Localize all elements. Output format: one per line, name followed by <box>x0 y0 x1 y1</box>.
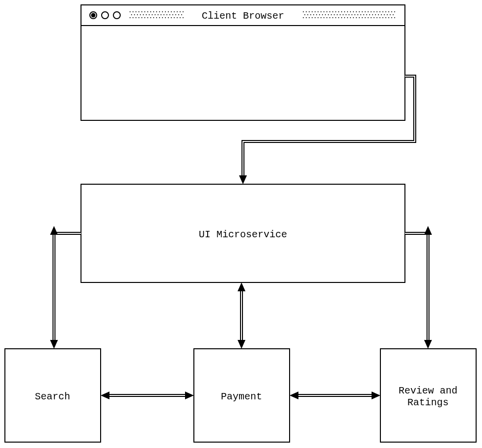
svg-point-129 <box>315 17 316 18</box>
svg-point-26 <box>134 14 135 15</box>
svg-point-126 <box>306 17 307 18</box>
svg-point-14 <box>153 11 154 12</box>
svg-point-64 <box>309 11 310 12</box>
svg-point-81 <box>359 11 360 12</box>
svg-point-133 <box>326 17 327 18</box>
svg-point-48 <box>144 17 145 18</box>
svg-point-88 <box>379 11 380 12</box>
svg-point-77 <box>347 11 348 12</box>
edge-ui-to-reviews <box>405 226 432 349</box>
svg-point-119 <box>378 14 379 15</box>
svg-point-102 <box>328 14 329 15</box>
svg-point-85 <box>371 11 372 12</box>
svg-point-118 <box>375 14 376 15</box>
svg-marker-164 <box>238 340 245 349</box>
svg-point-49 <box>147 17 148 18</box>
node-client-browser: Client Browser <box>81 5 405 120</box>
svg-point-91 <box>388 11 389 12</box>
svg-point-53 <box>159 17 160 18</box>
svg-point-87 <box>376 11 377 12</box>
svg-point-73 <box>335 11 336 12</box>
svg-point-51 <box>153 17 154 18</box>
svg-point-124 <box>393 14 394 15</box>
svg-point-46 <box>138 17 139 18</box>
svg-point-137 <box>338 17 339 18</box>
svg-point-45 <box>135 17 136 18</box>
svg-point-40 <box>175 14 176 15</box>
client-browser-label: Client Browser <box>202 10 284 22</box>
svg-point-39 <box>172 14 173 15</box>
svg-point-38 <box>169 14 170 15</box>
payment-label: Payment <box>221 391 262 402</box>
svg-point-21 <box>174 11 175 12</box>
svg-point-136 <box>335 17 336 18</box>
svg-marker-171 <box>372 392 380 399</box>
svg-point-151 <box>379 17 380 18</box>
svg-point-31 <box>149 14 150 15</box>
svg-point-79 <box>353 11 354 12</box>
svg-point-2 <box>92 14 95 17</box>
svg-point-65 <box>312 11 313 12</box>
svg-point-63 <box>306 11 307 12</box>
node-reviews: Review and Ratings <box>380 349 476 442</box>
svg-point-143 <box>356 17 357 18</box>
svg-point-142 <box>353 17 354 18</box>
svg-point-103 <box>331 14 332 15</box>
svg-point-147 <box>368 17 369 18</box>
svg-point-56 <box>168 17 169 18</box>
svg-point-19 <box>168 11 169 12</box>
node-ui-microservice: UI Microservice <box>81 184 405 282</box>
svg-point-32 <box>152 14 153 15</box>
svg-point-18 <box>165 11 166 12</box>
svg-point-60 <box>180 17 181 18</box>
svg-point-139 <box>344 17 345 18</box>
svg-point-37 <box>166 14 167 15</box>
svg-point-108 <box>346 14 347 15</box>
svg-point-62 <box>303 11 304 12</box>
node-search: Search <box>5 349 101 442</box>
svg-point-71 <box>329 11 330 12</box>
svg-point-82 <box>362 11 363 12</box>
svg-point-148 <box>371 17 372 18</box>
svg-point-61 <box>183 17 184 18</box>
svg-point-146 <box>365 17 366 18</box>
svg-point-120 <box>381 14 382 15</box>
svg-point-150 <box>376 17 377 18</box>
svg-point-58 <box>174 17 175 18</box>
svg-point-16 <box>159 11 160 12</box>
svg-point-99 <box>319 14 320 15</box>
svg-point-104 <box>334 14 335 15</box>
svg-point-93 <box>394 11 395 12</box>
svg-point-152 <box>382 17 383 18</box>
svg-point-13 <box>150 11 151 12</box>
edge-payment-to-reviews <box>290 392 380 399</box>
svg-marker-170 <box>290 392 298 399</box>
svg-point-144 <box>359 17 360 18</box>
svg-point-24 <box>183 11 184 12</box>
svg-point-134 <box>329 17 330 18</box>
svg-point-154 <box>388 17 389 18</box>
svg-point-36 <box>163 14 164 15</box>
svg-point-107 <box>343 14 344 15</box>
svg-point-86 <box>374 11 375 12</box>
svg-point-111 <box>354 14 355 15</box>
svg-point-110 <box>351 14 352 15</box>
search-label: Search <box>35 391 70 402</box>
svg-point-149 <box>374 17 375 18</box>
svg-point-121 <box>384 14 385 15</box>
svg-point-67 <box>318 11 319 12</box>
svg-point-30 <box>146 14 147 15</box>
svg-point-22 <box>177 11 178 12</box>
svg-point-117 <box>372 14 373 15</box>
edge-ui-to-search <box>50 226 81 349</box>
svg-point-42 <box>181 14 182 15</box>
svg-point-145 <box>362 17 363 18</box>
svg-point-106 <box>340 14 341 15</box>
svg-point-41 <box>178 14 179 15</box>
svg-marker-167 <box>424 226 432 235</box>
reviews-label-line2: Ratings <box>407 397 449 408</box>
svg-point-116 <box>369 14 370 15</box>
svg-rect-0 <box>81 5 405 120</box>
svg-point-10 <box>141 11 142 12</box>
svg-point-131 <box>321 17 321 18</box>
